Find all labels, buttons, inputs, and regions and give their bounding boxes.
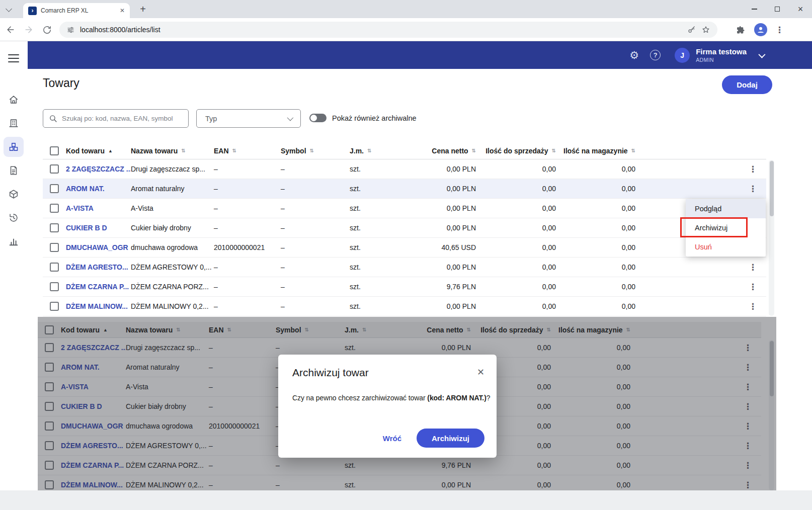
refresh-icon	[42, 25, 52, 35]
sidebar-item-products[interactable]	[4, 137, 24, 157]
column-header-symbol[interactable]: Symbol⇅	[279, 147, 347, 155]
row-actions-kebab-icon[interactable]	[747, 281, 759, 293]
row-actions-kebab-icon[interactable]	[747, 163, 759, 176]
sort-icon: ⇅	[310, 148, 314, 153]
row-actions-kebab-icon[interactable]	[747, 261, 759, 274]
column-header-jm[interactable]: J.m.⇅	[347, 147, 395, 155]
sidebar-item-company[interactable]	[4, 113, 24, 133]
tab-close-icon[interactable]: ✕	[120, 7, 125, 14]
item-code-link[interactable]: DŻEM CZARNA P...	[63, 283, 131, 291]
column-header-nazwa[interactable]: Nazwa towaru⇅	[131, 147, 211, 155]
sort-icon: ⇅	[547, 327, 551, 332]
window-close-button[interactable]	[789, 0, 812, 18]
item-qty-for-sale: 0,00	[478, 185, 557, 193]
cube-icon	[8, 189, 19, 200]
item-code-link[interactable]: DŻEM AGRESTO...	[63, 263, 131, 271]
item-name: dmuchawa ogrodowa	[126, 422, 206, 430]
column-header-kod[interactable]: Kod towaru▲	[63, 147, 131, 155]
item-ean: –	[211, 263, 279, 271]
column-header-ean[interactable]: EAN⇅	[211, 147, 279, 155]
item-ean: –	[211, 204, 279, 212]
chevron-down-icon[interactable]	[758, 51, 765, 58]
column-header-ean: EAN⇅	[206, 326, 274, 334]
context-menu-item[interactable]: Podgląd	[686, 199, 766, 218]
item-code-link[interactable]: A-VISTA	[63, 204, 131, 212]
hamburger-menu-icon[interactable]	[8, 54, 19, 64]
sidebar-item-orders[interactable]	[4, 160, 24, 181]
sidebar-item-reports[interactable]	[4, 231, 24, 251]
app-header: J Firma testowa ADMIN	[28, 41, 812, 69]
building-icon	[8, 118, 19, 129]
sort-icon: ⇅	[227, 327, 231, 332]
item-code-link[interactable]: DMUCHAWA_OGR	[63, 243, 131, 251]
item-code-link: A-VISTA	[58, 383, 126, 391]
password-key-icon[interactable]	[687, 25, 696, 34]
item-code-link[interactable]: DŻEM MALINOW...	[63, 302, 131, 310]
row-checkbox[interactable]	[50, 164, 59, 174]
item-name: DŻEM AGRESTOWY 0,...	[131, 263, 211, 271]
row-checkbox[interactable]	[50, 282, 59, 291]
item-unit: szt.	[347, 283, 395, 291]
window-maximize-button[interactable]	[766, 0, 789, 18]
modal-confirm-button[interactable]: Archiwizuj	[417, 429, 484, 448]
row-checkbox[interactable]	[50, 204, 59, 213]
refresh-button[interactable]	[38, 21, 55, 38]
add-button[interactable]: Dodaj	[722, 75, 772, 94]
context-menu-item[interactable]: Usuń	[686, 237, 766, 257]
column-header-cena[interactable]: Cena netto⇅	[395, 147, 478, 155]
forward-button[interactable]	[20, 21, 37, 38]
modal-back-button[interactable]: Wróć	[383, 434, 401, 443]
row-checkbox[interactable]	[50, 243, 59, 252]
omnibox[interactable]: localhost:8000/articles/list	[59, 22, 717, 38]
back-button[interactable]	[2, 21, 19, 38]
scrollbar-thumb[interactable]	[770, 161, 774, 216]
window-controls	[743, 0, 812, 18]
search-input[interactable]	[62, 115, 183, 122]
item-name: DŻEM CZARNA PORZ...	[126, 461, 206, 469]
sidebar-item-home[interactable]	[4, 90, 24, 110]
browser-profile-avatar[interactable]	[754, 23, 767, 36]
item-symbol: –	[279, 263, 347, 271]
item-ean: –	[206, 442, 274, 450]
sidebar-item-stock[interactable]	[4, 184, 24, 204]
row-context-menu: Podgląd Archiwizuj Usuń	[686, 199, 766, 257]
context-menu-item[interactable]: Archiwizuj	[686, 218, 766, 237]
item-name: dmuchawa ogrodowa	[131, 243, 211, 251]
item-code-link[interactable]: 2 ZAGĘSZCZACZ ...	[63, 165, 131, 173]
help-icon[interactable]	[650, 50, 661, 60]
column-header-magazyn[interactable]: Ilość na magazynie⇅	[557, 147, 636, 155]
extensions-puzzle-icon[interactable]	[736, 25, 746, 35]
window-minimize-button[interactable]	[743, 0, 766, 18]
item-qty-for-sale: 0,00	[478, 224, 557, 232]
browser-tab[interactable]: Comarch ERP XL ✕	[23, 3, 130, 18]
modal-close-icon[interactable]: ✕	[476, 366, 485, 379]
item-qty-in-stock: 0,00	[552, 442, 631, 450]
type-dropdown[interactable]: Typ	[196, 109, 301, 128]
sidebar-item-history[interactable]	[4, 208, 24, 228]
row-actions-kebab-icon[interactable]	[747, 300, 759, 313]
select-all-checkbox[interactable]	[50, 146, 59, 155]
site-info-icon[interactable]	[66, 26, 75, 34]
row-checkbox[interactable]	[50, 263, 59, 272]
item-code-link: DŻEM AGRESTO...	[58, 442, 126, 450]
settings-gear-icon[interactable]	[629, 49, 639, 61]
row-checkbox[interactable]	[50, 223, 59, 232]
bookmark-star-icon[interactable]	[701, 25, 710, 34]
row-checkbox[interactable]	[50, 184, 59, 193]
column-header-cena: Cena netto⇅	[390, 326, 473, 334]
browser-menu-icon[interactable]: ⋮	[775, 25, 784, 35]
products-table: Kod towaru▲ Nazwa towaru⇅ EAN⇅ Symbol⇅ J…	[43, 142, 766, 316]
user-avatar[interactable]: J	[675, 48, 690, 63]
sort-icon: ⇅	[631, 148, 635, 153]
item-code-link[interactable]: CUKIER B D	[63, 224, 131, 232]
column-header-sprzedaz[interactable]: Ilość do sprzedaży⇅	[478, 147, 557, 155]
show-archived-toggle[interactable]	[309, 114, 327, 122]
tab-search-chevron-icon[interactable]	[6, 6, 12, 12]
new-tab-button[interactable]: +	[137, 3, 149, 16]
table-scrollbar[interactable]	[769, 160, 774, 316]
column-header-nazwa: Nazwa towaru⇅	[126, 326, 206, 334]
row-checkbox[interactable]	[50, 302, 59, 311]
item-ean: 2010000000021	[206, 422, 274, 430]
item-code-link[interactable]: AROM NAT.	[63, 185, 131, 193]
row-actions-kebab-icon[interactable]	[747, 183, 759, 195]
